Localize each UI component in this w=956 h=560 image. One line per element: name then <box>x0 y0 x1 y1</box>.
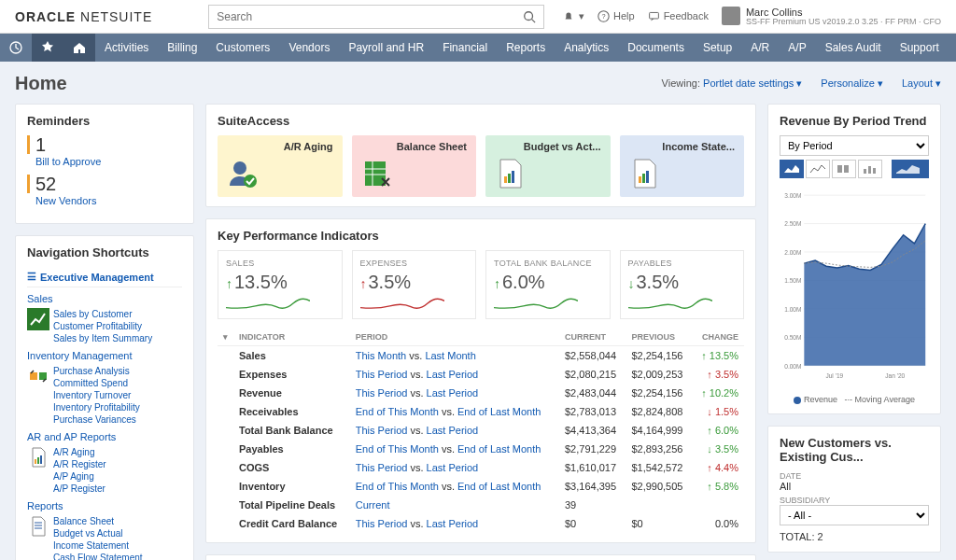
kpi-row[interactable]: COGS This Period vs. Last Period $1,610,… <box>218 458 744 477</box>
kpi-previous: $1,542,572 <box>626 458 692 477</box>
shortcut-link[interactable]: Inventory Turnover <box>53 389 140 401</box>
svg-rect-21 <box>504 176 507 183</box>
nav-setup[interactable]: Setup <box>694 34 741 62</box>
revenue-chart[interactable]: 0.00M0.50M1.00M1.50M2.00M2.50M3.00MJul '… <box>780 184 929 389</box>
kpi-period[interactable]: This Period vs. Last Period <box>350 458 559 477</box>
tile-income[interactable]: Income State... <box>620 135 745 197</box>
nav-reports[interactable]: Reports <box>497 34 555 62</box>
user-menu[interactable]: Marc CollinsSS-FF Premium US v2019.2.0 3… <box>722 7 941 27</box>
kpi-row[interactable]: Total Bank Balance This Period vs. Last … <box>218 421 744 440</box>
newcust-title: New Customers vs. Existing Cus... <box>780 436 929 464</box>
col-indicator: INDICATOR <box>233 329 350 346</box>
kpi-period[interactable]: This Period vs. Last Period <box>350 384 559 402</box>
chart-type-bar[interactable] <box>858 160 882 178</box>
shortcut-group[interactable]: AR and AP Reports <box>27 431 182 442</box>
kpi-row[interactable]: Inventory End of This Month vs. End of L… <box>218 477 744 496</box>
kpi-period[interactable]: End of This Month vs. End of Last Month <box>350 477 559 496</box>
nav-financial[interactable]: Financial <box>433 34 497 62</box>
chart-type-grid[interactable] <box>832 160 856 178</box>
kpi-period[interactable]: End of This Month vs. End of Last Month <box>350 440 559 458</box>
kpi-card[interactable]: EXPENSES ↑3.5% <box>352 250 477 319</box>
shortcut-link[interactable]: Budget vs Actual <box>53 527 143 539</box>
kpi-row[interactable]: Credit Card Balance This Period vs. Last… <box>218 514 744 533</box>
tile-balance-sheet[interactable]: Balance Sheet <box>352 135 477 197</box>
help-link[interactable]: ?Help <box>598 10 635 22</box>
shortcut-group[interactable]: Inventory Management <box>27 350 182 361</box>
layout-link[interactable]: Layout ▾ <box>902 77 941 90</box>
nav-ap[interactable]: A/P <box>779 34 815 62</box>
feedback-link[interactable]: Feedback <box>648 10 709 22</box>
shortcut-link[interactable]: Sales by Customer <box>53 308 152 320</box>
sparkline <box>226 296 310 313</box>
shortcuts-portlet: Navigation Shortcuts ☰Executive Manageme… <box>15 235 194 560</box>
kpi-period[interactable]: This Month vs. Last Month <box>350 346 559 366</box>
shortcut-link[interactable]: Inventory Profitability <box>53 401 140 413</box>
search-box[interactable] <box>208 5 544 29</box>
search-icon[interactable] <box>523 10 536 23</box>
reminder-link[interactable]: New Vendors <box>35 195 182 206</box>
chart-preview[interactable] <box>892 160 929 178</box>
kpi-card[interactable]: TOTAL BANK BALANCE ↑6.0% <box>485 250 611 319</box>
kpi-row[interactable]: Revenue This Period vs. Last Period $2,4… <box>218 384 744 402</box>
kpi-card[interactable]: SALES ↑13.5% <box>218 250 343 319</box>
sparkline <box>628 296 712 313</box>
chart-type-line[interactable] <box>806 160 830 178</box>
shortcut-group[interactable]: Reports <box>27 500 182 511</box>
col-current: CURRENT <box>559 329 626 346</box>
tile-ar-aging[interactable]: A/R Aging <box>218 135 343 197</box>
kpi-row[interactable]: Expenses This Period vs. Last Period $2,… <box>218 365 744 384</box>
shortcut-link[interactable]: Customer Profitability <box>53 320 152 332</box>
home-icon[interactable] <box>63 34 95 62</box>
kpi-period[interactable]: This Period vs. Last Period <box>350 365 559 384</box>
nav-analytics[interactable]: Analytics <box>555 34 618 62</box>
nav-activities[interactable]: Activities <box>95 34 158 62</box>
notifications-icon[interactable]: ▾ <box>562 9 584 22</box>
kpi-row[interactable]: Receivables End of This Month vs. End of… <box>218 402 744 421</box>
shortcut-link[interactable]: Sales by Item Summary <box>53 332 152 344</box>
reminder-link[interactable]: Bill to Approve <box>35 156 182 167</box>
suiteaccess-title: SuiteAccess <box>218 114 744 128</box>
kpi-previous: $0 <box>626 514 692 533</box>
nav-sales-audit[interactable]: Sales Audit <box>816 34 891 62</box>
shortcut-link[interactable]: Purchase Analysis <box>53 365 140 377</box>
main-nav: Activities Billing Customers Vendors Pay… <box>0 34 956 62</box>
nav-payroll[interactable]: Payroll and HR <box>339 34 433 62</box>
period-select[interactable]: By Period <box>780 135 929 156</box>
favorites-icon[interactable] <box>32 34 63 62</box>
kpi-row[interactable]: Total Pipeline Deals Current 39 <box>218 496 744 514</box>
shortcut-link[interactable]: Committed Spend <box>53 377 140 389</box>
kpi-row[interactable]: Sales This Month vs. Last Month $2,558,0… <box>218 346 744 366</box>
shortcut-exec[interactable]: ☰Executive Management <box>27 267 182 287</box>
kpi-period[interactable]: End of This Month vs. End of Last Month <box>350 402 559 421</box>
nav-vendors[interactable]: Vendors <box>279 34 339 62</box>
shortcut-link[interactable]: Cash Flow Statement <box>53 552 143 560</box>
date-value[interactable]: All <box>780 481 929 492</box>
nav-support[interactable]: Support <box>891 34 949 62</box>
kpi-period[interactable]: This Period vs. Last Period <box>350 514 559 533</box>
subsidiary-select[interactable]: - All - <box>780 505 929 525</box>
tile-budget[interactable]: Budget vs Act... <box>485 135 611 197</box>
nav-billing[interactable]: Billing <box>158 34 206 62</box>
shortcut-link[interactable]: A/P Aging <box>53 470 106 483</box>
shortcut-link[interactable]: A/R Register <box>53 458 106 470</box>
shortcut-link[interactable]: A/R Aging <box>53 446 106 458</box>
document-chart-icon <box>495 158 527 189</box>
shortcut-link[interactable]: Purchase Variances <box>53 413 140 426</box>
portlet-settings-link[interactable]: Portlet date settings ▾ <box>703 77 802 89</box>
shortcut-link[interactable]: Income Statement <box>53 539 143 552</box>
kpi-row[interactable]: Payables End of This Month vs. End of La… <box>218 440 744 458</box>
personalize-link[interactable]: Personalize ▾ <box>821 77 883 90</box>
shortcut-group[interactable]: Sales <box>27 293 182 304</box>
nav-documents[interactable]: Documents <box>618 34 694 62</box>
nav-customers[interactable]: Customers <box>206 34 279 62</box>
chart-type-area[interactable] <box>780 160 804 178</box>
shortcut-link[interactable]: Balance Sheet <box>53 515 143 527</box>
nav-ar[interactable]: A/R <box>741 34 779 62</box>
recents-icon[interactable] <box>0 34 32 62</box>
shortcut-link[interactable]: A/P Register <box>53 483 106 495</box>
kpi-period[interactable]: This Period vs. Last Period <box>350 421 559 440</box>
search-input[interactable] <box>217 10 523 23</box>
expand-col[interactable]: ▾ <box>218 329 233 346</box>
kpi-period[interactable]: Current <box>350 496 559 514</box>
kpi-card[interactable]: PAYABLES ↓3.5% <box>620 250 745 319</box>
